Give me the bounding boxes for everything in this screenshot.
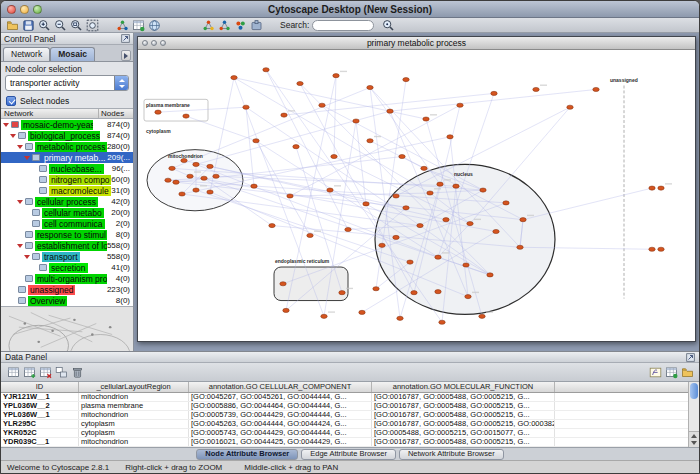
scroll-up-icon[interactable] xyxy=(691,434,697,438)
tree-item-biological-process[interactable]: biological_process874(0) xyxy=(1,130,133,141)
tab-node-attribute-browser[interactable]: Node Attribute Browser xyxy=(196,449,298,460)
search-options-icon[interactable] xyxy=(380,18,396,32)
tree-item-cellular-process[interactable]: cellular process42(0) xyxy=(1,196,133,207)
svg-text:unassigned: unassigned xyxy=(610,78,638,83)
expander-icon[interactable] xyxy=(17,145,23,149)
data-panel-title: Data Panel xyxy=(5,352,47,362)
float-data-panel-icon[interactable] xyxy=(686,353,695,362)
zoom-out-icon[interactable] xyxy=(52,18,68,32)
table-row[interactable]: YPL036W__1mitochondrion[GO:0005739, GO:0… xyxy=(1,411,688,420)
tree-item-unassigned[interactable]: unassigned223(0) xyxy=(1,284,133,295)
zoom-selected-icon[interactable] xyxy=(68,18,84,32)
tree-column-nodes[interactable]: Nodes xyxy=(99,109,133,118)
tree-item-nitrogen-compo[interactable]: nitrogen compo60(0) xyxy=(1,174,133,185)
expander-icon[interactable] xyxy=(17,200,23,204)
tree-item-response-to-stimul[interactable]: response to stimul8(0) xyxy=(1,229,133,240)
column-header-2[interactable]: annotation.GO CELLULAR_COMPONENT xyxy=(189,382,372,392)
expander-icon[interactable] xyxy=(3,123,9,127)
table-row[interactable]: YPL036W__2plasma membrane[GO:0005886, GO… xyxy=(1,402,688,411)
tree-item-metabolic-process[interactable]: metabolic process280(0) xyxy=(1,141,133,152)
expander-icon[interactable] xyxy=(10,134,16,138)
table-row[interactable]: YKR052Ccytoplasm[GO:0005743, GO:0044429,… xyxy=(1,429,688,438)
close-button[interactable] xyxy=(7,5,16,14)
tab-mosaic[interactable]: Mosaic xyxy=(50,47,95,61)
table-cell-filler xyxy=(555,402,688,410)
tree-item-establishment-of-lo[interactable]: establishment of lo558(0) xyxy=(1,240,133,251)
view-zoom-button[interactable] xyxy=(160,40,166,46)
column-header-3[interactable]: annotation.GO MOLECULAR_FUNCTION xyxy=(372,382,555,392)
create-attribute-icon[interactable] xyxy=(21,365,37,379)
network-view-titlebar[interactable]: primary metabolic process xyxy=(138,37,695,50)
tree-item-nucleobase[interactable]: nucleobase...96(... xyxy=(1,163,133,174)
plugin-icon[interactable] xyxy=(248,18,264,32)
expander-icon[interactable] xyxy=(24,255,30,259)
window-titlebar[interactable]: Cytoscape Desktop (New Session) xyxy=(1,1,699,18)
color-attribute-dropdown[interactable]: transporter activity xyxy=(5,75,129,91)
table-row[interactable]: YDR039C__1mitochondrion[GO:0016021, GO:0… xyxy=(1,438,688,447)
scrollbar-buttons xyxy=(689,431,699,447)
table-scrollbar[interactable] xyxy=(688,382,699,447)
tree-item-count: 558(0) xyxy=(107,241,133,250)
tree-item-cell-communica[interactable]: cell communica2(0) xyxy=(1,218,133,229)
search-input[interactable] xyxy=(312,20,374,31)
table-cell: [GO:0005743, GO:0044429, GO:0044444, G..… xyxy=(189,429,372,437)
web-service-icon[interactable] xyxy=(146,18,162,32)
formula-icon[interactable] xyxy=(647,365,663,379)
zoom-fit-icon[interactable] xyxy=(84,18,100,32)
tree-item-label: mosaic-demo-yeast xyxy=(21,120,93,130)
tab-network-attribute-browser[interactable]: Network Attribute Browser xyxy=(399,449,504,460)
tree-item-macromolecule[interactable]: macromolecule31(0) xyxy=(1,185,133,196)
network-tree: mosaic-demo-yeast874(0)biological_proces… xyxy=(1,119,133,306)
delete-attribute-icon[interactable] xyxy=(37,365,53,379)
folder-icon xyxy=(18,297,26,304)
tree-item-label: Overview xyxy=(28,296,67,306)
tree-item-secretion[interactable]: secretion41(0) xyxy=(1,262,133,273)
tree-column-network[interactable]: Network xyxy=(1,109,99,118)
vizmapper-icon[interactable] xyxy=(232,18,248,32)
network-overview-thumbnail[interactable] xyxy=(1,306,133,351)
scroll-down-icon[interactable] xyxy=(691,441,697,445)
tree-item-mosaic-demo-yeast[interactable]: mosaic-demo-yeast874(0) xyxy=(1,119,133,130)
tab-network[interactable]: Network xyxy=(3,47,50,61)
select-attributes-icon[interactable] xyxy=(5,365,21,379)
tree-item-primary-metab[interactable]: primary metab...209(... xyxy=(1,152,133,163)
expander-icon[interactable] xyxy=(24,156,30,160)
scrollbar-thumb[interactable] xyxy=(690,383,698,399)
import-network-icon[interactable] xyxy=(114,18,130,32)
tab-edge-attribute-browser[interactable]: Edge Attribute Browser xyxy=(301,449,396,460)
tree-item-transport[interactable]: transport558(0) xyxy=(1,251,133,262)
float-panel-icon[interactable] xyxy=(121,34,130,43)
folder-icon xyxy=(18,286,26,293)
table-cell: [GO:0016787, GO:0005488, GO:0005215, GO:… xyxy=(372,420,555,428)
tree-item-overview[interactable]: Overview8(0) xyxy=(1,295,133,306)
open-session-icon[interactable] xyxy=(4,18,20,32)
view-minimize-button[interactable] xyxy=(151,40,157,46)
view-close-button[interactable] xyxy=(142,40,148,46)
network-canvas[interactable]: plasma membranecytoplasmmitochondrionnuc… xyxy=(138,50,695,341)
new-network-icon[interactable] xyxy=(200,18,216,32)
attribute-batch-icon[interactable] xyxy=(53,365,69,379)
svg-text:mitochondrion: mitochondrion xyxy=(168,154,203,159)
tab-overflow-arrow-icon[interactable] xyxy=(121,50,131,61)
control-panel-title: Control Panel xyxy=(4,34,56,44)
zoom-button[interactable] xyxy=(33,5,42,14)
save-session-icon[interactable] xyxy=(20,18,36,32)
trash-icon[interactable] xyxy=(69,365,85,379)
import-attributes-icon[interactable] xyxy=(663,365,679,379)
tree-item-count: 42(0) xyxy=(111,197,133,206)
tree-item-multi-organism-pro[interactable]: multi-organism pro4(0) xyxy=(1,273,133,284)
table-row[interactable]: YLR295Ccytoplasm[GO:0045263, GO:0044444,… xyxy=(1,420,688,429)
table-row[interactable]: YJR121W__1mitochondrion[GO:0045267, GO:0… xyxy=(1,393,688,402)
tree-item-cellular-metabo[interactable]: cellular metabo20(0) xyxy=(1,207,133,218)
open-attributes-icon[interactable] xyxy=(679,365,695,379)
import-attributes-icon[interactable] xyxy=(130,18,146,32)
column-header-0[interactable]: ID xyxy=(1,382,79,392)
zoom-in-icon[interactable] xyxy=(36,18,52,32)
column-header-1[interactable]: _cellularLayoutRegion xyxy=(79,382,189,392)
tree-item-label: macromolecule xyxy=(49,186,111,196)
expander-icon[interactable] xyxy=(17,244,23,248)
select-nodes-checkbox[interactable] xyxy=(6,96,16,106)
network-merge-icon[interactable] xyxy=(216,18,232,32)
minimize-button[interactable] xyxy=(20,5,29,14)
tree-item-count: 20(0) xyxy=(111,208,133,217)
